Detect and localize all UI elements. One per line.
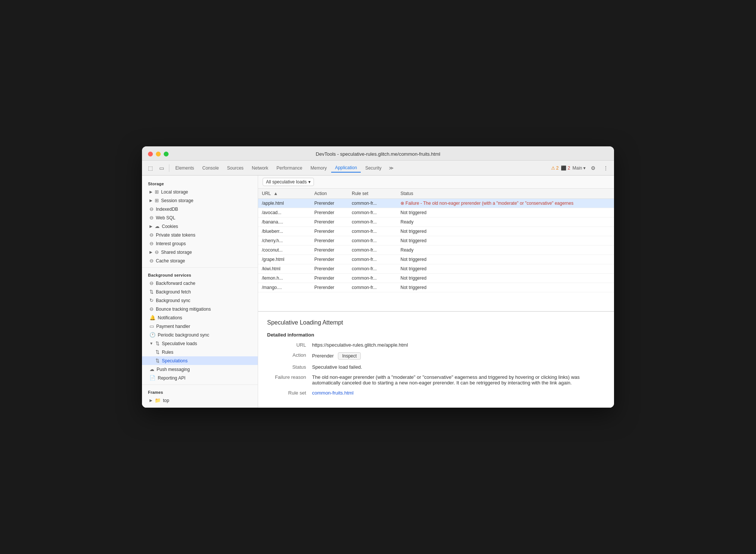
sidebar-item-rules[interactable]: ⇅ Rules bbox=[142, 348, 258, 356]
col-header-status[interactable]: Status bbox=[397, 189, 614, 199]
cell-url: /blueberr... bbox=[258, 227, 311, 236]
cylinder-icon: ⊖ bbox=[149, 206, 154, 212]
cell-status: Not triggered bbox=[397, 264, 614, 274]
error-badge[interactable]: ⬛ 2 bbox=[561, 165, 570, 171]
cell-ruleset: common-fr... bbox=[348, 255, 397, 264]
tab-security[interactable]: Security bbox=[362, 164, 385, 172]
table-row[interactable]: /avocad...Prerendercommon-fr...Not trigg… bbox=[258, 208, 614, 217]
cell-status: Not triggered bbox=[397, 236, 614, 246]
detail-label-action: Action bbox=[267, 352, 312, 360]
sidebar-item-bfcache[interactable]: ⊖ Back/forward cache bbox=[142, 279, 258, 287]
tab-performance[interactable]: Performance bbox=[273, 164, 306, 172]
detail-section-title: Detailed information bbox=[267, 332, 605, 338]
card-icon: ▭ bbox=[149, 323, 154, 329]
sidebar-item-speculations[interactable]: ⇅ Speculations bbox=[142, 356, 258, 365]
col-header-action[interactable]: Action bbox=[311, 189, 348, 199]
arrow-up-down-icon: ⇅ bbox=[155, 358, 160, 363]
background-section-title: Background services bbox=[142, 270, 258, 279]
titlebar: DevTools - speculative-rules.glitch.me/c… bbox=[142, 146, 614, 161]
table-row[interactable]: /kiwi.htmlPrerendercommon-fr...Not trigg… bbox=[258, 264, 614, 274]
minimize-button[interactable] bbox=[156, 152, 161, 156]
detail-value-action: Prerender Inspect bbox=[312, 352, 605, 360]
cylinder-icon: ⊖ bbox=[149, 306, 154, 312]
sidebar-item-shared-storage[interactable]: ▶ ⊖ Shared storage bbox=[142, 248, 258, 256]
doc-icon: 📄 bbox=[149, 375, 155, 381]
cell-status: Ready bbox=[397, 217, 614, 227]
tab-elements[interactable]: Elements bbox=[172, 164, 198, 172]
tab-network[interactable]: Network bbox=[248, 164, 272, 172]
sidebar-item-payment-handler[interactable]: ▭ Payment handler bbox=[142, 322, 258, 331]
sidebar-item-cache-storage[interactable]: ⊖ Cache storage bbox=[142, 256, 258, 265]
ruleset-link[interactable]: common-fruits.html bbox=[312, 390, 354, 396]
inspect-button[interactable]: Inspect bbox=[338, 352, 361, 360]
table-row[interactable]: /grape.htmlPrerendercommon-fr...Not trig… bbox=[258, 255, 614, 264]
settings-icon[interactable]: ⚙ bbox=[588, 163, 598, 173]
cell-url: /coconut... bbox=[258, 246, 311, 255]
table-row[interactable]: /apple.htmlPrerendercommon-fr...⊗ Failur… bbox=[258, 199, 614, 208]
close-button[interactable] bbox=[148, 152, 153, 156]
sidebar-item-push-messaging[interactable]: ☁ Push messaging bbox=[142, 365, 258, 374]
sidebar-item-notifications[interactable]: 🔔 Notifications bbox=[142, 313, 258, 322]
window-title: DevTools - speculative-rules.glitch.me/c… bbox=[316, 151, 440, 157]
sidebar-item-top-frame[interactable]: ▶ 📁 top bbox=[142, 396, 258, 405]
sidebar-item-reporting-api[interactable]: 📄 Reporting API bbox=[142, 374, 258, 382]
cell-ruleset: common-fr... bbox=[348, 199, 397, 208]
divider bbox=[169, 164, 169, 172]
table-row[interactable]: /mango....Prerendercommon-fr...Not trigg… bbox=[258, 283, 614, 292]
more-tabs-icon[interactable]: ≫ bbox=[386, 163, 396, 173]
cell-action: Prerender bbox=[311, 264, 348, 274]
table-row[interactable]: /banana....Prerendercommon-fr...Ready bbox=[258, 217, 614, 227]
col-header-ruleset[interactable]: Rule set bbox=[348, 189, 397, 199]
table-row[interactable]: /lemon.h...Prerendercommon-fr...Not trig… bbox=[258, 274, 614, 283]
expand-arrow-icon: ▶ bbox=[149, 198, 152, 203]
tab-bar: ⬚ ▭ Elements Console Sources Network Per… bbox=[142, 161, 614, 176]
expand-arrow-icon: ▶ bbox=[149, 398, 152, 402]
table-row[interactable]: /blueberr...Prerendercommon-fr...Not tri… bbox=[258, 227, 614, 236]
sidebar-item-private-state-tokens[interactable]: ⊖ Private state tokens bbox=[142, 231, 258, 239]
more-options-icon[interactable]: ⋮ bbox=[601, 163, 611, 173]
sidebar: Storage ▶ ⊞ Local storage ▶ ⊞ Session st… bbox=[142, 176, 258, 408]
tab-application[interactable]: Application bbox=[331, 164, 361, 173]
sidebar-item-indexeddb[interactable]: ⊖ IndexedDB bbox=[142, 205, 258, 213]
tab-console[interactable]: Console bbox=[199, 164, 223, 172]
tab-memory[interactable]: Memory bbox=[307, 164, 330, 172]
detail-label-url: URL bbox=[267, 342, 312, 348]
sidebar-item-bg-sync[interactable]: ↻ Background sync bbox=[142, 296, 258, 305]
tab-sources[interactable]: Sources bbox=[223, 164, 247, 172]
table-row[interactable]: /cherry.h...Prerendercommon-fr...Not tri… bbox=[258, 236, 614, 246]
warning-badge[interactable]: ⚠ 2 bbox=[551, 165, 559, 171]
device-icon[interactable]: ▭ bbox=[156, 163, 167, 173]
cell-status: Not triggered bbox=[397, 208, 614, 217]
cell-action: Prerender bbox=[311, 208, 348, 217]
cursor-icon[interactable]: ⬚ bbox=[145, 163, 155, 173]
main-layout: Storage ▶ ⊞ Local storage ▶ ⊞ Session st… bbox=[142, 176, 614, 408]
sidebar-item-bounce-tracking[interactable]: ⊖ Bounce tracking mitigations bbox=[142, 305, 258, 313]
cell-url: /cherry.h... bbox=[258, 236, 311, 246]
detail-value-failure: The old non-eager prerender (with a "mod… bbox=[312, 374, 605, 386]
sidebar-item-session-storage[interactable]: ▶ ⊞ Session storage bbox=[142, 196, 258, 205]
expand-arrow-icon: ▶ bbox=[149, 190, 152, 194]
sidebar-item-bg-fetch[interactable]: ⇅ Background fetch bbox=[142, 287, 258, 296]
arrow-up-down-icon: ⇅ bbox=[155, 341, 160, 346]
cell-status: Not triggered bbox=[397, 227, 614, 236]
fullscreen-button[interactable] bbox=[164, 152, 169, 156]
sidebar-item-periodic-bg-sync[interactable]: 🕐 Periodic background sync bbox=[142, 331, 258, 339]
cloud-icon: ☁ bbox=[149, 366, 154, 372]
cylinder-icon: ⊖ bbox=[149, 280, 154, 286]
sidebar-item-interest-groups[interactable]: ⊖ Interest groups bbox=[142, 239, 258, 248]
table-row[interactable]: /coconut...Prerendercommon-fr...Ready bbox=[258, 246, 614, 255]
cell-url: /lemon.h... bbox=[258, 274, 311, 283]
sidebar-item-speculative-loads[interactable]: ▼ ⇅ Speculative loads bbox=[142, 339, 258, 348]
sidebar-item-local-storage[interactable]: ▶ ⊞ Local storage bbox=[142, 188, 258, 196]
cell-action: Prerender bbox=[311, 199, 348, 208]
col-header-url[interactable]: URL ▲ bbox=[258, 189, 311, 199]
chevron-down-icon: ▾ bbox=[308, 179, 311, 185]
detail-label-status: Status bbox=[267, 364, 312, 370]
storage-section-title: Storage bbox=[142, 179, 258, 188]
context-selector[interactable]: Main ▾ bbox=[572, 165, 586, 171]
traffic-lights bbox=[148, 152, 169, 156]
sidebar-item-websql[interactable]: ⊖ Web SQL bbox=[142, 213, 258, 222]
sidebar-item-cookies[interactable]: ▶ ☁ Cookies bbox=[142, 222, 258, 231]
cylinder-icon: ⊖ bbox=[149, 258, 154, 264]
filter-dropdown[interactable]: All speculative loads ▾ bbox=[263, 178, 314, 186]
